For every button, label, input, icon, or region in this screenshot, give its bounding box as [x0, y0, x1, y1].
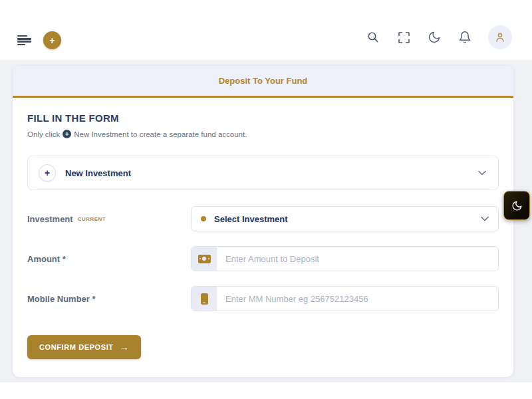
amount-input[interactable]	[217, 247, 498, 271]
search-button[interactable]	[366, 30, 380, 45]
investment-label: Investment CURRENT	[27, 214, 191, 224]
banknote-icon	[198, 255, 211, 263]
accordion-label: New Investment	[65, 168, 131, 178]
fullscreen-button[interactable]	[396, 30, 411, 45]
profile-button[interactable]	[488, 25, 512, 49]
amount-input-group	[191, 246, 499, 271]
form-note: Only click + New Investment to create a …	[27, 130, 499, 138]
chevron-down-icon	[478, 170, 486, 176]
current-badge: CURRENT	[78, 216, 106, 222]
amount-row: Amount *	[27, 246, 499, 271]
investment-row: Investment CURRENT Select Investment	[27, 206, 499, 231]
mobile-row: Mobile Number *	[27, 286, 499, 311]
mobile-input[interactable]	[217, 287, 498, 311]
form-heading: FILL IN THE FORM	[27, 112, 499, 124]
bullet-dot-icon	[201, 216, 206, 221]
new-investment-accordion[interactable]: + New Investment	[27, 156, 499, 190]
confirm-deposit-button[interactable]: CONFIRM DEPOSIT →	[27, 335, 141, 359]
mobile-input-group	[191, 286, 499, 311]
page-title: Deposit To Your Fund	[219, 76, 308, 86]
user-icon	[494, 31, 506, 43]
arrow-right-icon: →	[120, 342, 130, 352]
note-text-after: New Investment to create a separate fund…	[74, 130, 247, 138]
mobile-phone-icon	[201, 293, 208, 305]
moon-icon	[428, 31, 441, 44]
amount-addon	[192, 247, 217, 271]
confirm-deposit-label: CONFIRM DEPOSIT	[39, 343, 114, 351]
menu-icon[interactable]	[17, 35, 31, 45]
investment-select-value: Select Investment	[214, 214, 288, 224]
bell-icon	[458, 31, 471, 44]
fullscreen-icon	[398, 31, 410, 44]
card-header: Deposit To Your Fund	[13, 66, 513, 98]
mobile-addon	[192, 287, 217, 311]
moon-icon	[511, 200, 523, 211]
plus-icon: +	[49, 35, 55, 45]
investment-select[interactable]: Select Investment	[191, 206, 499, 231]
search-icon	[366, 31, 380, 44]
amount-label: Amount *	[27, 254, 191, 264]
circle-plus-icon: +	[63, 130, 71, 138]
dark-mode-button[interactable]	[427, 30, 442, 45]
notifications-button[interactable]	[458, 30, 472, 45]
add-button[interactable]: +	[43, 31, 61, 49]
theme-toggle-button[interactable]	[503, 191, 530, 220]
plus-circle-icon: +	[39, 164, 56, 182]
content-area: Deposit To Your Fund FILL IN THE FORM On…	[0, 60, 532, 382]
deposit-card: Deposit To Your Fund FILL IN THE FORM On…	[12, 65, 514, 378]
chevron-down-icon	[481, 216, 489, 221]
top-navbar: +	[0, 0, 532, 60]
mobile-label: Mobile Number *	[27, 294, 191, 304]
note-text-before: Only click	[27, 130, 60, 138]
